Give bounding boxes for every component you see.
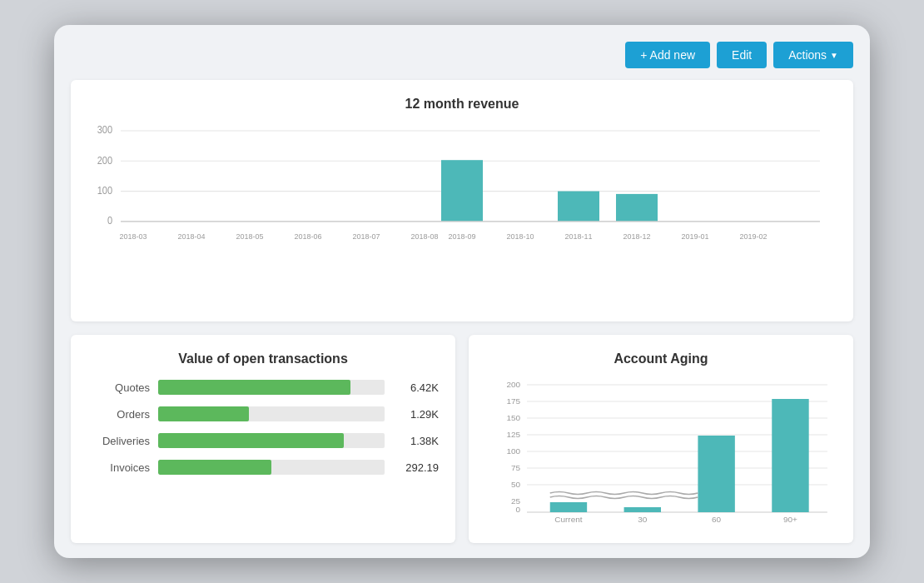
svg-text:2018-09: 2018-09	[448, 231, 475, 241]
actions-label: Actions	[788, 48, 827, 62]
svg-text:300: 300	[97, 125, 112, 136]
transaction-bar-container	[158, 406, 385, 421]
actions-button[interactable]: Actions ▼	[773, 42, 853, 68]
svg-text:175: 175	[507, 396, 521, 405]
svg-text:2018-05: 2018-05	[236, 231, 263, 241]
svg-text:75: 75	[511, 463, 520, 471]
transaction-bar-container	[158, 380, 385, 395]
svg-text:30: 30	[638, 515, 647, 523]
transactions-title: Value of open transactions	[87, 351, 439, 366]
bar-2018-09	[441, 160, 483, 222]
transaction-bar-fill	[158, 406, 249, 421]
aging-bar-30	[624, 507, 661, 512]
transaction-row: Orders 1.29K	[87, 406, 439, 421]
svg-text:50: 50	[511, 480, 520, 488]
edit-button[interactable]: Edit	[717, 42, 767, 68]
add-new-button[interactable]: + Add new	[625, 42, 710, 68]
revenue-chart-svg: 300 200 100 0 2018-03 2018-04 2018-05 20…	[87, 122, 837, 305]
transaction-label: Orders	[87, 408, 150, 421]
svg-text:25: 25	[511, 496, 520, 505]
aging-title: Account Aging	[485, 351, 837, 366]
svg-text:2018-03: 2018-03	[119, 231, 147, 241]
transaction-label: Deliveries	[87, 435, 150, 447]
transaction-label: Invoices	[87, 461, 150, 474]
aging-bar-90plus	[772, 399, 808, 512]
bar-2018-11	[558, 192, 599, 222]
caret-icon: ▼	[830, 51, 838, 60]
transaction-bar-fill	[158, 460, 271, 475]
transaction-value: 292.19	[393, 461, 439, 474]
transaction-bar-fill	[158, 433, 344, 448]
transaction-bar-fill	[158, 380, 350, 395]
aging-bar-60	[698, 436, 734, 512]
transactions-card: Value of open transactions Quotes 6.42K …	[71, 335, 455, 543]
transaction-value: 1.29K	[393, 408, 439, 421]
transaction-row: Deliveries 1.38K	[87, 433, 439, 448]
revenue-chart-title: 12 month revenue	[87, 97, 837, 112]
wavy-line-1	[550, 492, 698, 495]
svg-text:0: 0	[107, 216, 112, 227]
bottom-row: Value of open transactions Quotes 6.42K …	[71, 335, 853, 543]
svg-text:0: 0	[516, 505, 521, 513]
svg-text:Current: Current	[554, 515, 583, 523]
transaction-value: 1.38K	[393, 435, 439, 447]
svg-text:100: 100	[97, 185, 112, 196]
aging-card: Account Aging 200 175 150 125 100	[469, 335, 853, 543]
toolbar: + Add new Edit Actions ▼	[71, 42, 853, 68]
svg-text:2018-08: 2018-08	[410, 231, 438, 241]
transaction-bar-container	[158, 433, 385, 448]
svg-text:2018-06: 2018-06	[294, 231, 321, 241]
svg-text:2018-11: 2018-11	[564, 231, 592, 241]
transaction-value: 6.42K	[393, 381, 439, 394]
svg-text:2018-07: 2018-07	[352, 231, 380, 241]
revenue-chart-area: 300 200 100 0 2018-03 2018-04 2018-05 20…	[87, 122, 837, 305]
revenue-chart-card: 12 month revenue 300 200 100 0	[71, 80, 853, 321]
main-window: + Add new Edit Actions ▼ 12 month revenu…	[54, 25, 870, 558]
transaction-label: Quotes	[87, 381, 150, 394]
svg-text:2019-01: 2019-01	[681, 231, 708, 241]
transactions-list: Quotes 6.42K Orders 1.29K Deliveries 1.3…	[87, 380, 439, 475]
aging-chart-area: 200 175 150 125 100 75 50 25 0	[485, 376, 837, 526]
svg-text:100: 100	[507, 446, 521, 455]
bar-2018-12	[616, 194, 658, 222]
wavy-line-2	[550, 496, 698, 499]
aging-chart-svg: 200 175 150 125 100 75 50 25 0	[485, 376, 837, 526]
svg-text:125: 125	[507, 430, 521, 438]
svg-text:200: 200	[97, 155, 112, 166]
svg-text:60: 60	[712, 515, 721, 523]
svg-text:150: 150	[507, 413, 521, 421]
svg-text:2018-10: 2018-10	[506, 231, 534, 241]
aging-bar-current	[550, 502, 587, 512]
transaction-row: Invoices 292.19	[87, 460, 439, 475]
svg-text:2019-02: 2019-02	[739, 231, 767, 241]
svg-text:200: 200	[507, 380, 521, 388]
transaction-row: Quotes 6.42K	[87, 380, 439, 395]
svg-text:2018-04: 2018-04	[177, 231, 205, 241]
svg-text:90+: 90+	[783, 515, 797, 523]
svg-text:2018-12: 2018-12	[623, 231, 650, 241]
transaction-bar-container	[158, 460, 385, 475]
